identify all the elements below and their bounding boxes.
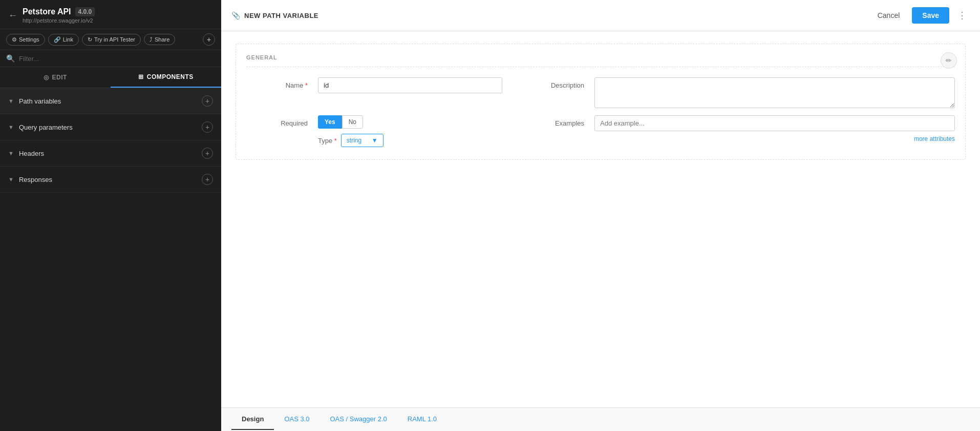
chevron-down-icon: ▼ [8, 150, 14, 156]
sidebar: ← Petstore API 4.0.0 http://petstore.swa… [0, 0, 221, 431]
add-header-button[interactable]: + [202, 148, 213, 159]
chevron-down-icon: ▼ [8, 124, 14, 130]
app-title: Petstore API 4.0.0 [23, 7, 213, 16]
required-yes-button[interactable]: Yes [318, 115, 342, 129]
edit-pencil-button[interactable]: ✏ [941, 52, 957, 69]
tab-oas-swagger[interactable]: OAS / Swagger 2.0 [319, 409, 397, 430]
toolbar: ⚙ Settings 🔗 Link ↻ Try in API Tester ⤴ … [0, 29, 221, 50]
description-textarea[interactable] [594, 77, 955, 108]
path-variable-icon: 📎 [231, 11, 240, 19]
main-panel: 📎 NEW PATH VARIABLE Cancel Save ⋮ GENERA… [221, 0, 980, 431]
description-label: Description [513, 77, 584, 89]
sidebar-header: ← Petstore API 4.0.0 http://petstore.swa… [0, 0, 221, 29]
settings-button[interactable]: ⚙ Settings [6, 34, 45, 46]
type-select-input[interactable]: string integer number boolean array obje… [347, 137, 369, 144]
page-title: NEW PATH VARIABLE [244, 12, 318, 19]
main-header: 📎 NEW PATH VARIABLE Cancel Save ⋮ [221, 0, 980, 31]
add-response-button[interactable]: + [202, 174, 213, 185]
tab-components[interactable]: ⊞ COMPONENTS [111, 67, 221, 88]
search-input[interactable] [19, 55, 215, 63]
search-bar: 🔍 [0, 50, 221, 67]
tab-oas3[interactable]: OAS 3.0 [274, 409, 319, 430]
required-toggle: Yes No [318, 115, 502, 129]
app-title-section: Petstore API 4.0.0 http://petstore.swagg… [23, 7, 213, 24]
bottom-tabs: Design OAS 3.0 OAS / Swagger 2.0 RAML 1.… [221, 407, 980, 431]
examples-label: Examples [513, 115, 584, 127]
back-button[interactable]: ← [8, 10, 17, 21]
edit-icon: ◎ [44, 74, 49, 81]
name-input[interactable] [318, 77, 502, 93]
app-version: 4.0.0 [75, 7, 95, 16]
section-responses: ▼ Responses + [0, 167, 221, 193]
main-content: GENERAL ✏ Name * Description Required Ye… [221, 31, 980, 407]
cancel-button[interactable]: Cancel [870, 7, 907, 24]
section-path-variables: ▼ Path variables + [0, 88, 221, 114]
tab-design[interactable]: Design [231, 409, 274, 430]
required-label: Required [246, 115, 308, 127]
dropdown-arrow-icon: ▼ [372, 137, 378, 144]
tester-icon: ↻ [88, 36, 92, 43]
header-actions: Cancel Save ⋮ [870, 7, 970, 24]
share-icon: ⤴ [150, 36, 153, 43]
settings-icon: ⚙ [12, 36, 17, 43]
general-label: GENERAL [246, 54, 955, 67]
try-in-tester-button[interactable]: ↻ Try in API Tester [82, 34, 141, 46]
headers-header[interactable]: ▼ Headers + [0, 140, 221, 166]
share-button[interactable]: ⤴ Share [144, 34, 175, 45]
add-button[interactable]: + [203, 33, 215, 46]
sidebar-tabs: ◎ EDIT ⊞ COMPONENTS [0, 67, 221, 88]
add-path-variable-button[interactable]: + [202, 95, 213, 107]
required-no-button[interactable]: No [342, 115, 363, 129]
query-parameters-header[interactable]: ▼ Query parameters + [0, 114, 221, 140]
responses-header[interactable]: ▼ Responses + [0, 167, 221, 192]
search-icon: 🔍 [6, 54, 15, 63]
section-headers: ▼ Headers + [0, 140, 221, 167]
add-query-parameter-button[interactable]: + [202, 121, 213, 133]
more-attributes-link[interactable]: more attributes [594, 135, 955, 142]
save-button[interactable]: Save [912, 7, 949, 24]
link-icon: 🔗 [54, 36, 61, 43]
more-options-button[interactable]: ⋮ [954, 10, 970, 21]
chevron-down-icon: ▼ [8, 98, 14, 104]
examples-input[interactable] [594, 115, 955, 131]
section-query-parameters: ▼ Query parameters + [0, 114, 221, 140]
tab-edit[interactable]: ◎ EDIT [0, 67, 111, 88]
chevron-down-icon: ▼ [8, 176, 14, 182]
path-variables-header[interactable]: ▼ Path variables + [0, 88, 221, 114]
general-section: GENERAL ✏ Name * Description Required Ye… [236, 44, 966, 160]
name-label: Name * [246, 77, 308, 89]
type-label: Type * [318, 137, 337, 145]
app-url: http://petstore.swagger.io/v2 [23, 17, 213, 24]
type-dropdown[interactable]: string integer number boolean array obje… [341, 134, 384, 147]
app-name: Petstore API [23, 7, 71, 16]
components-icon: ⊞ [138, 73, 144, 80]
tab-raml[interactable]: RAML 1.0 [397, 409, 447, 430]
link-button[interactable]: 🔗 Link [48, 34, 79, 46]
